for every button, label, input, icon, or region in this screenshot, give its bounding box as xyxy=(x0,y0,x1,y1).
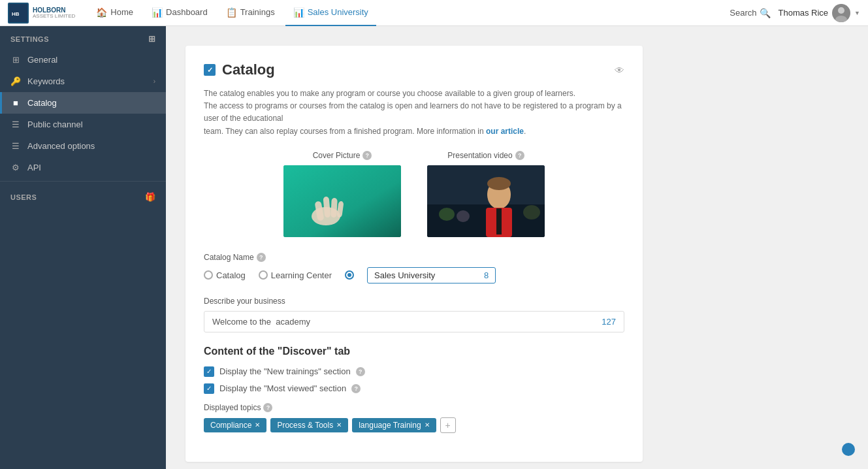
media-section: Cover Picture ? xyxy=(204,151,624,237)
new-trainings-help-icon[interactable]: ? xyxy=(356,367,365,376)
catalog-name-section: Catalog Name ? Catalog Learning Center 8 xyxy=(204,253,624,283)
radio-custom-circle xyxy=(345,270,354,280)
catalog-icon: ■ xyxy=(10,98,21,108)
settings-icon: ⊞ xyxy=(148,34,156,44)
radio-catalog[interactable]: Catalog xyxy=(204,270,246,280)
most-viewed-help-icon[interactable]: ? xyxy=(351,384,361,393)
nav-home[interactable]: 🏠 Home xyxy=(88,0,141,26)
topics-tags: Compliance ✕ Process & Tools ✕ language … xyxy=(204,417,624,433)
discover-section: Content of the "Discover" tab ✓ Display … xyxy=(204,346,624,433)
describe-business-section: Describe your business 127 xyxy=(204,297,624,332)
display-new-trainings-checkbox[interactable]: ✓ xyxy=(204,366,214,377)
sidebar-item-catalog[interactable]: ■ Catalog xyxy=(0,92,166,114)
main-content: ✓ Catalog 👁 The catalog enables you to m… xyxy=(166,26,868,469)
sidebar-item-keywords[interactable]: 🔑 Keywords › xyxy=(0,71,166,92)
users-section-header: USERS 🎁 xyxy=(0,184,166,207)
topics-section: Displayed topics ? Compliance ✕ Process … xyxy=(204,403,624,433)
catalog-name-input-wrapper: 8 xyxy=(367,267,496,283)
radio-learning-center-circle xyxy=(259,270,268,280)
describe-business-input[interactable] xyxy=(212,317,602,327)
radio-custom[interactable] xyxy=(345,270,354,280)
svg-point-3 xyxy=(838,7,844,14)
tag-language-training[interactable]: language Training ✕ xyxy=(352,418,436,432)
nav-right: Search 🔍 Thomas Rice ▼ xyxy=(730,4,860,22)
catalog-name-radio-group: Catalog Learning Center 8 xyxy=(204,267,624,283)
logo-icon: HB xyxy=(8,3,29,24)
catalog-name-help-icon[interactable]: ? xyxy=(257,253,266,262)
add-topic-button[interactable]: + xyxy=(440,417,456,433)
display-new-trainings-row: ✓ Display the "New trainings" section ? xyxy=(204,366,624,377)
catalog-card: ✓ Catalog 👁 The catalog enables you to m… xyxy=(185,46,643,462)
svg-text:HB: HB xyxy=(12,11,20,17)
catalog-name-input[interactable] xyxy=(374,270,484,280)
tag-process-tools[interactable]: Process & Tools ✕ xyxy=(270,418,348,432)
display-most-viewed-checkbox[interactable]: ✓ xyxy=(204,383,214,394)
nav-sales-university[interactable]: 📊 Sales University xyxy=(285,0,376,26)
search-area[interactable]: Search 🔍 xyxy=(730,8,770,18)
presentation-video-thumb[interactable] xyxy=(427,165,545,237)
tag-compliance-close[interactable]: ✕ xyxy=(255,421,260,429)
top-navigation: HB HOLBORN ASSETS LIMITED 🏠 Home 📊 Dashb… xyxy=(0,0,868,26)
user-chevron-icon: ▼ xyxy=(854,10,860,16)
tag-process-tools-close[interactable]: ✕ xyxy=(336,421,342,429)
active-bar xyxy=(0,92,2,114)
nav-dashboard[interactable]: 📊 Dashboard xyxy=(144,0,216,26)
svg-rect-9 xyxy=(330,198,338,218)
svg-rect-19 xyxy=(496,208,502,234)
svg-point-16 xyxy=(457,210,470,222)
trainings-icon: 📋 xyxy=(226,7,237,18)
keywords-icon: 🔑 xyxy=(10,76,21,86)
video-help-icon[interactable]: ? xyxy=(515,151,524,160)
public-channel-icon: ☰ xyxy=(10,120,21,129)
svg-point-15 xyxy=(439,208,455,221)
nav-trainings[interactable]: 📋 Trainings xyxy=(218,0,283,26)
avatar xyxy=(832,4,850,22)
search-icon: 🔍 xyxy=(760,8,771,18)
api-icon: ⚙ xyxy=(10,163,21,172)
topics-help-icon[interactable]: ? xyxy=(263,403,272,412)
discover-title: Content of the "Discover" tab xyxy=(204,346,624,357)
sidebar-item-advanced-options[interactable]: ☰ Advanced options xyxy=(0,135,166,157)
catalog-description: The catalog enables you to make any prog… xyxy=(204,88,624,138)
cover-picture-section: Cover Picture ? xyxy=(283,151,401,237)
eye-icon[interactable]: 👁 xyxy=(615,65,624,76)
cover-help-icon[interactable]: ? xyxy=(362,151,372,160)
radio-learning-center[interactable]: Learning Center xyxy=(259,270,332,280)
catalog-title-group: ✓ Catalog xyxy=(204,61,275,78)
svg-rect-5 xyxy=(283,165,401,237)
sales-university-icon: 📊 xyxy=(293,7,304,18)
display-most-viewed-row: ✓ Display the "Most viewed" section ? xyxy=(204,383,624,394)
tag-language-training-close[interactable]: ✕ xyxy=(425,421,430,429)
user-area[interactable]: Thomas Rice ▼ xyxy=(779,4,861,22)
catalog-enable-checkbox[interactable]: ✓ xyxy=(204,64,216,76)
sidebar-item-api[interactable]: ⚙ API xyxy=(0,157,166,178)
svg-point-17 xyxy=(523,205,540,219)
tag-compliance[interactable]: Compliance ✕ xyxy=(204,418,266,432)
our-article-link[interactable]: our article xyxy=(486,127,524,136)
catalog-name-count: 8 xyxy=(484,270,489,280)
sidebar-item-public-channel[interactable]: ☰ Public channel xyxy=(0,114,166,135)
home-icon: 🏠 xyxy=(96,7,107,18)
logo-text: HOLBORN ASSETS LIMITED xyxy=(33,7,75,20)
describe-count: 127 xyxy=(602,317,616,327)
catalog-title-text: Catalog xyxy=(222,61,275,78)
cover-picture-thumb[interactable] xyxy=(283,165,401,237)
catalog-header: ✓ Catalog 👁 xyxy=(204,61,624,78)
chevron-right-icon: › xyxy=(153,78,155,85)
settings-section-header: SETTINGS ⊞ xyxy=(0,26,166,49)
presentation-video-label: Presentation video ? xyxy=(427,151,545,160)
advanced-options-icon: ☰ xyxy=(10,141,21,151)
topics-label: Displayed topics ? xyxy=(204,403,624,412)
describe-input-wrapper: 127 xyxy=(204,311,624,332)
sidebar-divider xyxy=(0,181,166,182)
cover-picture-label: Cover Picture ? xyxy=(283,151,401,160)
nav-items: 🏠 Home 📊 Dashboard 📋 Trainings 📊 Sales U… xyxy=(88,0,730,26)
general-icon: ⊞ xyxy=(10,55,21,65)
catalog-name-label: Catalog Name ? xyxy=(204,253,624,262)
logo[interactable]: HB HOLBORN ASSETS LIMITED xyxy=(8,3,75,24)
display-most-viewed-label: Display the "Most viewed" section xyxy=(219,383,346,393)
floating-bubble[interactable] xyxy=(842,443,855,456)
users-icon: 🎁 xyxy=(145,192,156,202)
display-new-trainings-label: Display the "New trainings" section xyxy=(219,366,351,376)
sidebar-item-general[interactable]: ⊞ General xyxy=(0,49,166,71)
